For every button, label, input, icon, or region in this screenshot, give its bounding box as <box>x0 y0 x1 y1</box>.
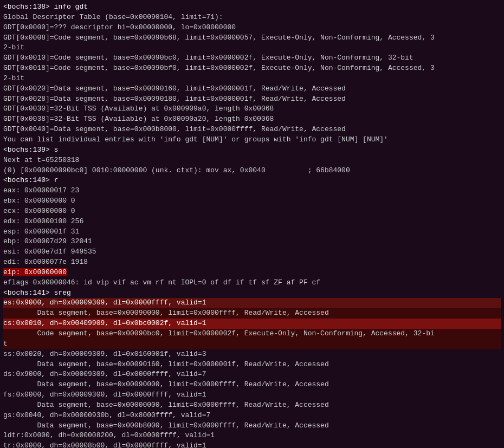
terminal-line: <bochs:138> info gdt <box>3 2 501 12</box>
terminal: <bochs:138> info gdtGlobal Descriptor Ta… <box>0 0 504 448</box>
terminal-line: Global Descriptor Table (base=0x00090104… <box>3 12 501 23</box>
terminal-line: GDT[0x0038]=32-Bit TSS (Available) at 0x… <box>3 114 501 125</box>
terminal-line: es:0x9000, dh=0x00009309, dl=0x0000ffff,… <box>3 298 501 308</box>
terminal-line: fs:0x0000, dh=0x00009300, dl=0x0000ffff,… <box>3 390 501 400</box>
terminal-line: ldtr:0x0000, dh=0x00008200, dl=0x0000fff… <box>3 431 501 441</box>
terminal-line: cs:0x0010, dh=0x00409909, dl=0x0bc0002f,… <box>3 319 501 329</box>
terminal-line: esi: 0x000e7d1f 949535 <box>3 247 501 257</box>
terminal-line: GDT[0x0028]=Data segment, base=0x0009018… <box>3 94 501 105</box>
terminal-line: Data segment, base=0x00090000, limit=0x0… <box>3 380 501 390</box>
terminal-line: (0) [0x000000090bc0] 0010:00000000 (unk.… <box>3 166 501 176</box>
terminal-line: You can list individual entries with 'in… <box>3 135 501 145</box>
terminal-line: eip: 0x00000000 <box>3 268 501 278</box>
terminal-line: ecx: 0x00000000 0 <box>3 206 501 217</box>
terminal-line: Data segment, base=0x00090160, limit=0x0… <box>3 360 501 370</box>
terminal-line: edi: 0x0000077e 1918 <box>3 257 501 268</box>
terminal-line: Data segment, base=0x00000000, limit=0x0… <box>3 400 501 411</box>
terminal-line: 2-bit <box>3 74 501 84</box>
terminal-line: GDT[0x0018]=Code segment, base=0x00090bf… <box>3 63 501 74</box>
terminal-line: ebp: 0x00007d29 32041 <box>3 237 501 247</box>
terminal-line: t <box>3 339 501 349</box>
terminal-line: GDT[0x0008]=Code segment, base=0x00090b6… <box>3 33 501 43</box>
terminal-line: Code segment, base=0x00090bc0, limit=0x0… <box>3 329 501 339</box>
terminal-line: Next at t=65250318 <box>3 155 501 166</box>
terminal-line: edx: 0x00000100 256 <box>3 217 501 227</box>
terminal-line: GDT[0x0030]=32-Bit TSS (Available) at 0x… <box>3 104 501 114</box>
terminal-line: GDT[0x0020]=Data segment, base=0x0009016… <box>3 84 501 94</box>
terminal-line: <bochs:139> s <box>3 145 501 155</box>
terminal-line: GDT[0x0010]=Code segment, base=0x00090bc… <box>3 53 501 63</box>
terminal-line: Data segment, base=0x000b8000, limit=0x0… <box>3 421 501 431</box>
terminal-line: 2-bit <box>3 43 501 53</box>
terminal-line: eax: 0x00000017 23 <box>3 186 501 196</box>
terminal-line: ds:0x9000, dh=0x00009309, dl=0x0000ffff,… <box>3 369 501 380</box>
terminal-line: gs:0x0040, dh=0x00000930b, dl=0x8000ffff… <box>3 411 501 421</box>
terminal-line: <bochs:140> r <box>3 176 501 186</box>
terminal-line: esp: 0x0000001f 31 <box>3 227 501 237</box>
terminal-line: <bochs:141> sreg <box>3 288 501 298</box>
terminal-line: ss:0x0020, dh=0x00009309, dl=0x0160001f,… <box>3 349 501 360</box>
terminal-line: GDT[0x0000]=??? descriptor hi=0x00000000… <box>3 23 501 33</box>
terminal-line: ebx: 0x00000000 0 <box>3 196 501 206</box>
terminal-line: eflags 0x00000046: id vip vif ac vm rf n… <box>3 278 501 288</box>
terminal-line: Data segment, base=0x00090000, limit=0x0… <box>3 308 501 319</box>
terminal-line: tr:0x0000, dh=0x00008b00, dl=0x0000ffff,… <box>3 441 501 448</box>
terminal-line: GDT[0x0040]=Data segment, base=0x000b800… <box>3 125 501 135</box>
